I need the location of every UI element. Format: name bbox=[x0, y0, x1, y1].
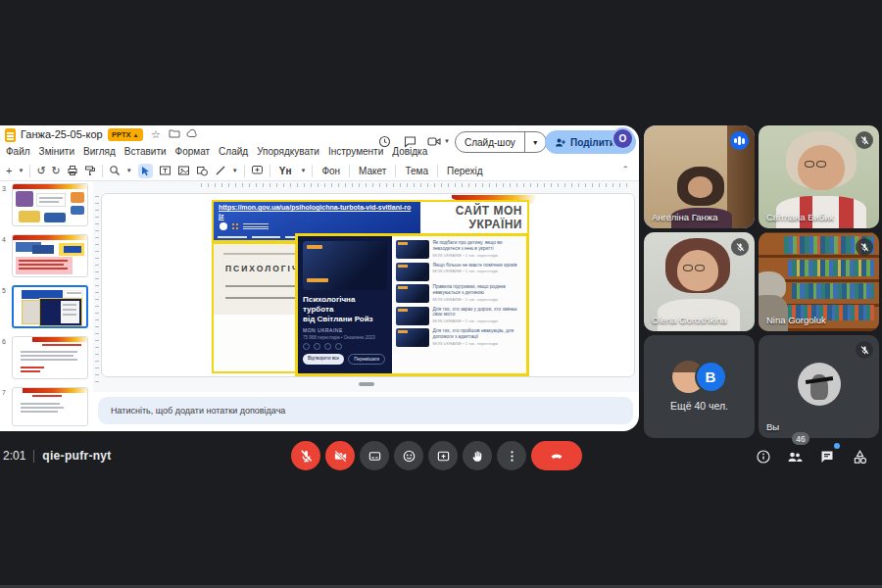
slide-thumbnail-3[interactable] bbox=[12, 183, 88, 226]
select-tool-button[interactable] bbox=[138, 164, 153, 178]
menu-file[interactable]: Файл bbox=[6, 146, 30, 157]
slide-thumbnail-5-selected[interactable] bbox=[12, 285, 88, 328]
slide-thumbnail-6[interactable] bbox=[12, 336, 88, 379]
participant-tile-goroshkina[interactable]: Olena Goroshkina bbox=[644, 232, 755, 331]
participants-button[interactable] bbox=[784, 446, 806, 467]
undo-button[interactable]: ↺ bbox=[36, 166, 45, 176]
activities-button[interactable] bbox=[849, 446, 870, 467]
mon-logo-caption bbox=[243, 223, 269, 231]
decor bbox=[19, 264, 64, 266]
decor bbox=[39, 201, 59, 203]
participant-tile-bybyk[interactable]: Світлана Бибик bbox=[759, 125, 879, 228]
camera-dropdown-icon[interactable]: ▼ bbox=[444, 138, 450, 144]
slideshow-dropdown-icon[interactable]: ▼ bbox=[524, 132, 546, 152]
camera-off-icon bbox=[333, 449, 348, 464]
page-heading: ПСИХОЛОГІЧ bbox=[225, 264, 300, 273]
text-box-button[interactable] bbox=[159, 165, 172, 176]
people-icon bbox=[786, 449, 804, 465]
info-button[interactable] bbox=[753, 446, 774, 467]
video-list-item: Для тих, хто пройшов евакуацію, для допо… bbox=[396, 328, 522, 347]
paint-format-button[interactable] bbox=[84, 165, 96, 176]
decor bbox=[21, 407, 64, 409]
decor bbox=[19, 268, 68, 270]
menu-slide[interactable]: Слайд bbox=[219, 146, 248, 157]
redo-button[interactable]: ↻ bbox=[52, 166, 61, 176]
participant-name: Olena Goroshkina bbox=[652, 315, 727, 325]
slide-thumbnail-7[interactable] bbox=[12, 387, 88, 426]
toolbar-separator bbox=[244, 165, 245, 177]
meet-camera-icon[interactable] bbox=[427, 135, 442, 148]
mic-off-button[interactable] bbox=[291, 441, 320, 470]
participant-tile-gorgoluk[interactable]: Nina Gorgoluk bbox=[759, 232, 879, 331]
new-slide-dropdown-icon[interactable]: ▼ bbox=[18, 168, 24, 173]
insert-comment-button[interactable] bbox=[251, 165, 264, 176]
present-button[interactable] bbox=[428, 441, 458, 470]
live-chip-decor bbox=[307, 245, 322, 249]
slide-number: 4 bbox=[2, 236, 6, 243]
filmstrip-row: 5 bbox=[0, 285, 93, 328]
slides-app-icon[interactable] bbox=[5, 128, 16, 142]
participant-tile-hanzha[interactable]: Ангеліна Ганжа bbox=[644, 125, 755, 228]
slides-titlebar: Ганжа-25-05-кор PPTX▲ ☆ ▼ Слайд-шо bbox=[0, 125, 639, 145]
zoom-dropdown-icon[interactable]: ▼ bbox=[126, 168, 132, 173]
playlist-action-icons bbox=[303, 343, 387, 350]
captions-button[interactable] bbox=[360, 441, 389, 470]
line-dropdown-icon[interactable]: ▼ bbox=[232, 168, 238, 173]
menu-edit[interactable]: Змінити bbox=[39, 146, 74, 157]
raise-hand-button[interactable] bbox=[463, 441, 492, 470]
background-button[interactable]: Фон bbox=[318, 166, 343, 176]
slide-thumbnail-4[interactable] bbox=[12, 234, 88, 277]
menu-insert[interactable]: Вставити bbox=[124, 146, 167, 157]
decor bbox=[64, 246, 81, 253]
self-view-tile[interactable]: Вы bbox=[759, 335, 879, 438]
chat-button[interactable] bbox=[816, 446, 838, 467]
slide-number: 6 bbox=[2, 338, 6, 345]
menu-format[interactable]: Формат bbox=[175, 146, 211, 157]
insert-shape-button[interactable] bbox=[196, 165, 209, 176]
insert-image-button[interactable] bbox=[177, 165, 190, 176]
pptx-format-badge: PPTX▲ bbox=[108, 128, 143, 141]
slideshow-label: Слайд-шоу bbox=[456, 137, 524, 148]
document-title[interactable]: Ганжа-25-05-кор bbox=[21, 128, 103, 140]
account-avatar[interactable]: O bbox=[613, 129, 632, 148]
print-button[interactable] bbox=[67, 165, 78, 176]
decor bbox=[36, 193, 66, 207]
new-slide-button[interactable]: + bbox=[6, 166, 12, 176]
menu-tools[interactable]: Інструменти bbox=[328, 146, 383, 157]
end-call-button[interactable] bbox=[531, 441, 582, 470]
star-icon[interactable]: ☆ bbox=[151, 127, 161, 141]
decor bbox=[21, 403, 60, 405]
more-options-button[interactable] bbox=[497, 441, 526, 470]
chat-notification-dot bbox=[834, 443, 840, 449]
insert-line-button[interactable] bbox=[215, 165, 226, 176]
theme-button[interactable]: Тема bbox=[402, 166, 431, 176]
more-participants-tile[interactable]: B Ещё 40 чел. bbox=[644, 335, 755, 438]
layout-button[interactable]: Макет bbox=[356, 166, 389, 176]
transition-button[interactable]: Перехід bbox=[444, 166, 486, 176]
current-slide[interactable]: https://mon.gov.ua/ua/psihologichna-turb… bbox=[101, 193, 635, 377]
toolbar-collapse-icon[interactable]: ⌃ bbox=[621, 165, 629, 174]
participant-name: Світлана Бибик bbox=[766, 212, 834, 222]
font-style-dropdown-icon[interactable]: ▼ bbox=[300, 168, 306, 173]
camera-off-button[interactable] bbox=[325, 441, 355, 470]
speaker-notes-input[interactable]: Натисніть, щоб додати нотатки доповідача bbox=[98, 397, 633, 424]
video-thumbnail bbox=[396, 240, 429, 259]
video-title: Для тих, хто зараз у дорозі, хто змінює … bbox=[433, 307, 522, 318]
font-style-button[interactable]: Yн bbox=[276, 166, 295, 176]
menu-arrange[interactable]: Упорядкувати bbox=[257, 146, 319, 157]
reactions-button[interactable] bbox=[394, 441, 423, 470]
muted-mic-icon bbox=[731, 238, 749, 256]
participant-avatar-letter: B bbox=[695, 361, 727, 393]
notes-drag-handle[interactable] bbox=[359, 382, 374, 386]
video-thumbnail bbox=[396, 307, 429, 325]
slideshow-button[interactable]: Слайд-шоу ▼ bbox=[455, 131, 547, 153]
menu-help[interactable]: Довідка bbox=[392, 146, 427, 157]
menu-view[interactable]: Вигляд bbox=[83, 146, 116, 157]
move-folder-icon[interactable] bbox=[169, 127, 180, 139]
decor bbox=[71, 192, 84, 203]
zoom-button[interactable] bbox=[109, 165, 121, 176]
cloud-status-icon[interactable] bbox=[186, 127, 199, 139]
video-thumbnail bbox=[396, 263, 429, 281]
video-list-item: Як подбати про дитину, якщо ви знаходите… bbox=[396, 240, 522, 259]
phone-down-icon bbox=[548, 448, 565, 464]
